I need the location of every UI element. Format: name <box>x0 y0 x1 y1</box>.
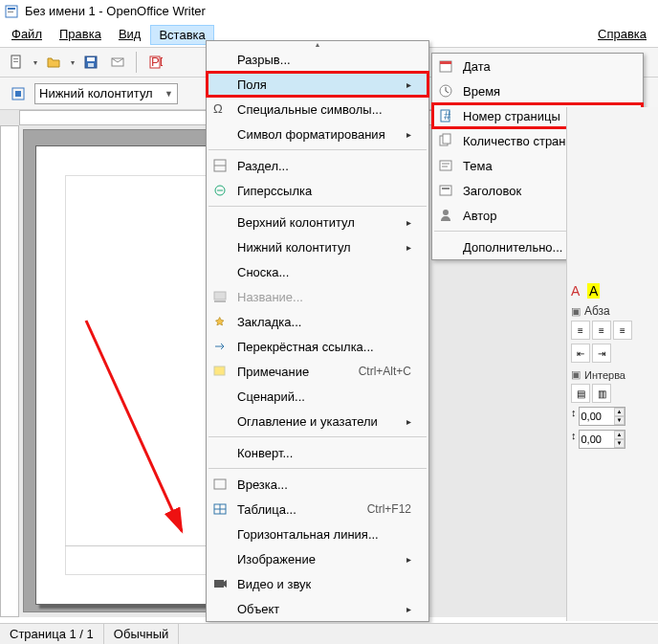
svg-text:Ω: Ω <box>213 101 223 116</box>
table-icon <box>210 500 230 519</box>
menu-item-crossref[interactable]: Перекрёстная ссылка... <box>207 334 428 359</box>
menu-item-footer[interactable]: Нижний колонтитул▸ <box>207 234 428 259</box>
menu-help[interactable]: Справка <box>590 25 654 45</box>
svg-text:PDF: PDF <box>151 55 163 69</box>
svg-point-39 <box>443 210 449 215</box>
menu-item-video[interactable]: Видео и звук <box>207 571 428 596</box>
menu-item-indexes[interactable]: Оглавление и указатели▸ <box>207 409 428 433</box>
font-color-icon[interactable]: A <box>571 283 580 299</box>
separator <box>208 206 427 207</box>
frame-icon <box>210 475 230 494</box>
submenu-arrow-icon: ▸ <box>406 242 411 253</box>
dropdown-arrow-icon[interactable]: ▾ <box>71 58 75 67</box>
dropdown-arrow-icon[interactable]: ▾ <box>33 58 37 67</box>
svg-rect-5 <box>13 61 18 62</box>
menu-item-hr[interactable]: Горизонтальная линия... <box>207 522 428 546</box>
menu-item-caption: Название... <box>207 284 428 309</box>
status-page[interactable]: Страница 1 / 1 <box>0 624 104 644</box>
section-icon <box>210 156 230 175</box>
svg-text:#: # <box>444 108 451 122</box>
menu-item-frame[interactable]: Врезка... <box>207 472 428 497</box>
svg-rect-20 <box>214 300 226 302</box>
menu-item-hyperlink[interactable]: Гиперссылка <box>207 178 428 203</box>
title-bar: Без имени 1 - OpenOffice Writer <box>0 0 658 23</box>
status-style[interactable]: Обычный <box>104 624 179 644</box>
separator <box>136 52 137 73</box>
special-chars-icon: Ω <box>210 100 230 119</box>
styles-button[interactable] <box>8 83 29 104</box>
email-button[interactable] <box>107 52 128 73</box>
submenu-arrow-icon: ▸ <box>406 604 411 614</box>
submenu-arrow-icon: ▸ <box>406 554 411 565</box>
menu-view[interactable]: Вид <box>111 25 149 45</box>
spacing-below-spinner[interactable]: ▲▼ <box>579 430 626 449</box>
svg-rect-26 <box>214 580 224 588</box>
spacing-above-spinner[interactable]: ▲▼ <box>579 407 626 426</box>
menu-item-break[interactable]: Разрыв... <box>207 47 428 72</box>
svg-rect-21 <box>214 366 225 375</box>
svg-rect-8 <box>88 63 94 67</box>
svg-rect-1 <box>8 8 15 10</box>
menu-item-date[interactable]: Дата <box>432 54 643 78</box>
menu-item-section[interactable]: Раздел... <box>207 153 428 178</box>
menu-file[interactable]: Файл <box>4 25 50 45</box>
spacing-below-value[interactable] <box>580 433 614 445</box>
menu-item-image[interactable]: Изображение▸ <box>207 546 428 571</box>
submenu-arrow-icon: ▸ <box>406 79 411 90</box>
paragraph-style-combo[interactable]: Нижний колонтитул ▼ <box>34 83 178 104</box>
hyperlink-icon <box>210 181 230 200</box>
indent-dec-button[interactable]: ⇤ <box>571 344 590 363</box>
submenu-arrow-icon: ▸ <box>406 129 411 140</box>
shortcut-label: Ctrl+Alt+C <box>340 365 411 378</box>
indent-inc-button[interactable]: ⇥ <box>592 344 611 363</box>
menu-item-table[interactable]: Таблица...Ctrl+F12 <box>207 497 428 522</box>
menu-item-fields[interactable]: Поля▸ <box>207 72 428 97</box>
vertical-ruler[interactable] <box>0 125 19 617</box>
svg-rect-33 <box>443 134 450 144</box>
panel-section-paragraph[interactable]: Абза <box>571 304 654 318</box>
svg-rect-13 <box>15 91 21 97</box>
spacing-inc-button[interactable]: ▥ <box>592 384 611 403</box>
dropdown-arrow-icon: ▼ <box>159 89 173 99</box>
app-icon <box>4 4 19 19</box>
menu-item-formatting-mark[interactable]: Символ форматирования▸ <box>207 122 428 146</box>
spacing-above-value[interactable] <box>580 411 614 422</box>
svg-rect-7 <box>87 57 95 61</box>
align-center-button[interactable]: ≡ <box>592 321 611 340</box>
save-button[interactable] <box>80 52 101 73</box>
caption-icon <box>210 287 230 306</box>
svg-rect-22 <box>214 479 226 489</box>
highlight-icon[interactable]: A <box>587 283 600 299</box>
new-doc-button[interactable] <box>6 52 27 73</box>
status-bar: Страница 1 / 1 Обычный <box>0 623 658 644</box>
insert-menu-dropdown: Разрыв... Поля▸ ΩСпециальные символы... … <box>206 40 429 622</box>
window-title: Без имени 1 - OpenOffice Writer <box>25 4 206 18</box>
menu-item-header[interactable]: Верхний колонтитул▸ <box>207 210 428 234</box>
separator <box>208 468 427 469</box>
media-icon <box>210 574 230 593</box>
page-count-icon <box>436 131 455 150</box>
spacing-dec-button[interactable]: ▤ <box>571 384 590 403</box>
calendar-icon <box>436 56 455 76</box>
author-icon <box>436 206 455 225</box>
menu-item-envelope[interactable]: Конверт... <box>207 440 428 465</box>
separator <box>208 149 427 150</box>
menu-insert[interactable]: Вставка <box>150 25 213 45</box>
menu-item-bookmark[interactable]: Закладка... <box>207 309 428 334</box>
menu-item-time[interactable]: Время <box>432 78 643 103</box>
title-icon <box>436 181 455 200</box>
align-right-button[interactable]: ≡ <box>613 321 632 340</box>
menu-item-script[interactable]: Сценарий... <box>207 384 428 409</box>
menu-item-footnote[interactable]: Сноска... <box>207 259 428 284</box>
align-left-button[interactable]: ≡ <box>571 321 590 340</box>
menu-item-object[interactable]: Объект▸ <box>207 596 428 621</box>
menu-item-note[interactable]: ПримечаниеCtrl+Alt+C <box>207 359 428 384</box>
menu-edit[interactable]: Правка <box>52 25 109 45</box>
menu-item-special-chars[interactable]: ΩСпециальные символы... <box>207 97 428 122</box>
export-pdf-button[interactable]: PDF <box>144 52 165 73</box>
submenu-arrow-icon: ▸ <box>406 416 411 427</box>
svg-rect-4 <box>13 58 18 59</box>
subject-icon <box>436 156 455 175</box>
open-button[interactable] <box>43 52 64 73</box>
paragraph-style-value: Нижний колонтитул <box>39 86 153 100</box>
